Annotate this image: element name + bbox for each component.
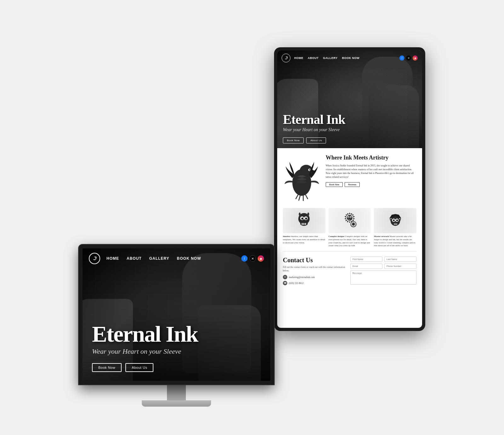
monitor-nav: ℑ HOME ABOUT GALLERY BOOK NOW f ✕ ◉	[83, 248, 270, 269]
monitor-hero-text: Eternal Ink Wear your Heart on your Slee…	[92, 323, 198, 356]
tablet-twitter-icon[interactable]: ✕	[406, 55, 411, 61]
tablet-nav: ℑ HOME ABOUT GALLERY BOOK NOW f ✕ ◉	[277, 50, 422, 66]
tablet-about-buttons: Book Now Reviews	[326, 182, 416, 187]
tablet-hero-buttons: Book Now About Us	[283, 137, 326, 143]
svg-point-21	[348, 217, 349, 218]
svg-line-7	[305, 194, 308, 199]
form-name-row	[350, 257, 416, 262]
monitor-screen-area: ℑ HOME ABOUT GALLERY BOOK NOW f ✕ ◉	[79, 245, 274, 385]
tablet-hero-subtitle: Wear your Heart on your Sleeve	[283, 127, 345, 132]
svg-rect-16	[305, 223, 306, 225]
gear-skull-svg	[340, 211, 359, 230]
tablet-designs-section: timeless timeless, our simple more than …	[283, 208, 416, 247]
monitor-instagram-icon[interactable]: ◉	[258, 255, 264, 262]
svg-line-5	[299, 195, 301, 200]
svg-rect-32	[396, 223, 397, 225]
tablet-nav-book[interactable]: BOOK NOW	[342, 56, 360, 60]
tablet-nav-home[interactable]: HOME	[294, 56, 303, 60]
tablet-eagle-image	[283, 154, 321, 202]
monitor-twitter-icon[interactable]: ✕	[249, 255, 256, 262]
tablet-about-us-button[interactable]: About Us	[306, 137, 326, 143]
tablet-hero-text: Eternal Ink Wear your Heart on your Slee…	[283, 113, 345, 132]
tablet-content-area: Where Ink Meets Artistry When Jessica St…	[277, 148, 422, 298]
tablet-hero-section: ℑ HOME ABOUT GALLERY BOOK NOW f ✕ ◉	[277, 50, 422, 148]
design-item-gear: Complex designs Complex designs with an …	[329, 208, 371, 247]
tablet-contact-description: Fill out the contact form or reach out w…	[283, 266, 345, 272]
skull-design-title: timeless	[283, 235, 290, 238]
tablet-device: ℑ HOME ABOUT GALLERY BOOK NOW f ✕ ◉	[274, 47, 425, 331]
monitor-neck	[167, 385, 186, 400]
monitor-nav-links: HOME ABOUT GALLERY BOOK NOW	[106, 256, 241, 261]
tablet-phone-number: (610) 331-8612	[289, 282, 304, 285]
svg-rect-15	[303, 223, 305, 225]
tablet-instagram-icon[interactable]: ◉	[413, 55, 418, 61]
skull-svg	[295, 211, 313, 230]
tablet-about-section: Where Ink Meets Artistry When Jessica St…	[283, 154, 416, 202]
monitor-hero-title: Eternal Ink	[92, 323, 198, 345]
svg-point-18	[347, 215, 352, 221]
monitor-nav-book[interactable]: BOOK NOW	[177, 256, 201, 261]
desktop-monitor: ℑ HOME ABOUT GALLERY BOOK NOW f ✕ ◉	[79, 245, 274, 407]
tablet-book-now-button[interactable]: Book Now	[283, 137, 304, 143]
gear-design-image	[329, 208, 371, 233]
monitor-screen: ℑ HOME ABOUT GALLERY BOOK NOW f ✕ ◉	[83, 248, 270, 381]
svg-point-3	[309, 169, 310, 171]
tablet-facebook-icon[interactable]: f	[399, 55, 404, 61]
tablet-nav-links: HOME ABOUT GALLERY BOOK NOW	[294, 56, 399, 60]
tablet-email-info: ✉ marketing@eternalink.com	[283, 275, 345, 279]
svg-rect-31	[395, 223, 396, 225]
tablet-nav-about[interactable]: ABOUT	[308, 56, 319, 60]
gear-design-title: Complex designs	[329, 235, 344, 238]
scene-container: ℑ HOME ABOUT GALLERY BOOK NOW f ✕ ◉	[79, 28, 425, 407]
monitor-facebook-icon[interactable]: f	[241, 255, 248, 262]
tablet-about-book-button[interactable]: Book Now	[326, 182, 343, 187]
monitor-base	[142, 400, 211, 407]
form-contact-row	[350, 264, 416, 269]
phone-icon: ☎	[283, 281, 287, 285]
tablet-contact-title: Contact Us	[283, 257, 345, 264]
email-input[interactable]	[350, 264, 382, 269]
svg-line-4	[296, 194, 298, 199]
tablet-social-icons: f ✕ ◉	[399, 55, 418, 61]
gear-design-text: Complex designs Complex designs with an …	[329, 235, 371, 247]
tablet-reviews-button[interactable]: Reviews	[345, 182, 360, 187]
tablet-about-title: Where Ink Meets Artistry	[326, 154, 416, 161]
tablet-nav-gallery[interactable]: GALLERY	[323, 56, 338, 60]
pirate-design-text: Master artwork Master artwork take a bit…	[374, 235, 416, 247]
monitor-book-now-button[interactable]: Book Now	[92, 363, 122, 372]
tablet-contact-form	[350, 257, 416, 287]
svg-rect-14	[302, 223, 303, 225]
eagle-svg	[283, 154, 321, 202]
tablet-contact-info: Contact Us Fill out the contact form or …	[283, 257, 345, 287]
monitor-about-us-button[interactable]: About Us	[125, 363, 153, 372]
pirate-design-title: Master artwork	[374, 235, 389, 238]
svg-point-29	[396, 219, 398, 221]
tablet-about-description: When Jessica Stehle founded Eternal Ink …	[326, 164, 416, 179]
design-item-skull: timeless timeless, our simple more than …	[283, 208, 325, 247]
tablet-phone-info: ☎ (610) 331-8612	[283, 281, 345, 285]
tablet-hero-title: Eternal Ink	[283, 113, 345, 126]
message-textarea[interactable]	[350, 270, 416, 285]
pirate-svg	[386, 211, 405, 230]
monitor-hero-subtitle: Wear your Heart on your Sleeve	[92, 347, 198, 356]
email-icon: ✉	[283, 275, 287, 279]
monitor-logo[interactable]: ℑ	[89, 253, 100, 264]
monitor-social-icons: f ✕ ◉	[241, 255, 264, 262]
monitor-nav-home[interactable]: HOME	[106, 256, 119, 261]
monitor-nav-about[interactable]: ABOUT	[127, 256, 142, 261]
svg-point-13	[305, 218, 307, 219]
svg-rect-30	[394, 223, 395, 225]
tablet-contact-section: Contact Us Fill out the contact form or …	[283, 251, 416, 292]
first-name-input[interactable]	[350, 257, 382, 262]
phone-input[interactable]	[384, 264, 416, 269]
last-name-input[interactable]	[384, 257, 416, 262]
svg-point-24	[352, 223, 355, 226]
tablet-about-text: Where Ink Meets Artistry When Jessica St…	[326, 154, 416, 202]
monitor-hero-buttons: Book Now About Us	[92, 363, 153, 372]
svg-point-28	[393, 219, 394, 221]
skull-design-text: timeless timeless, our simple more than …	[283, 235, 325, 244]
tablet-email-address: marketing@eternalink.com	[289, 276, 315, 279]
tablet-logo[interactable]: ℑ	[282, 54, 290, 62]
monitor-nav-gallery[interactable]: GALLERY	[149, 256, 169, 261]
tablet-screen: ℑ HOME ABOUT GALLERY BOOK NOW f ✕ ◉	[277, 50, 422, 328]
